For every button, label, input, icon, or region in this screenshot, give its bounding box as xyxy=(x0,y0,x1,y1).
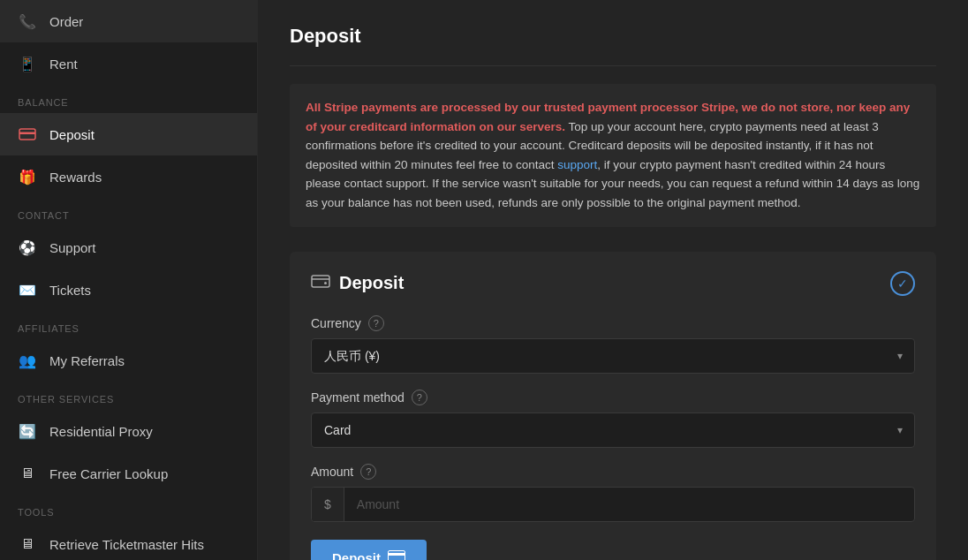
sidebar-item-label: Residential Proxy xyxy=(49,424,153,439)
support-icon: ⚽ xyxy=(18,238,37,257)
sidebar-item-rewards[interactable]: 🎁 Rewards xyxy=(0,155,257,198)
balance-section-label: BALANCE xyxy=(0,85,257,113)
sidebar-item-label: Rewards xyxy=(49,170,102,185)
affiliates-section-label: AFFILIATES xyxy=(0,311,257,339)
deposit-btn-label: Deposit xyxy=(332,550,381,560)
svg-rect-1 xyxy=(19,132,35,135)
currency-select[interactable]: 人民币 (¥) USD ($) EUR (€) xyxy=(311,338,915,374)
currency-select-wrapper: 人民币 (¥) USD ($) EUR (€) ▾ xyxy=(311,338,915,374)
credit-card-icon xyxy=(18,125,37,144)
sidebar-item-label: My Referrals xyxy=(49,353,125,368)
svg-point-3 xyxy=(324,282,327,284)
ticketmaster-icon: 🖥 xyxy=(18,534,37,554)
amount-group: Amount ? $ xyxy=(311,464,915,522)
sidebar-item-label: Tickets xyxy=(49,283,91,298)
sidebar-item-order[interactable]: 📞 Order xyxy=(0,0,257,42)
sidebar-item-label: Support xyxy=(49,240,96,255)
info-box: All Stripe payments are processed by our… xyxy=(290,84,936,227)
page-title: Deposit xyxy=(290,25,936,48)
sidebar-item-residential-proxy[interactable]: 🔄 Residential Proxy xyxy=(0,410,257,452)
sidebar-item-carrier-lookup[interactable]: 🖥 Free Carrier Lookup xyxy=(0,452,257,495)
tools-section-label: TOOLS xyxy=(0,495,257,523)
currency-help-icon[interactable]: ? xyxy=(368,315,384,331)
svg-rect-5 xyxy=(388,553,405,556)
deposit-submit-button[interactable]: Deposit xyxy=(311,540,427,560)
deposit-card: Deposit ✓ Currency ? 人民币 (¥) USD ($) EUR… xyxy=(290,252,936,560)
currency-group: Currency ? 人民币 (¥) USD ($) EUR (€) ▾ xyxy=(311,315,915,374)
sidebar-item-label: Free Carrier Lookup xyxy=(49,466,168,481)
contact-section-label: CONTACT xyxy=(0,198,257,226)
amount-label: Amount ? xyxy=(311,464,915,480)
sidebar-item-deposit[interactable]: Deposit xyxy=(0,113,257,155)
sidebar-item-rent[interactable]: 📱 Rent xyxy=(0,42,257,85)
payment-method-label: Payment method ? xyxy=(311,390,915,405)
payment-method-group: Payment method ? Card Crypto ▾ xyxy=(311,390,915,448)
sidebar-item-support[interactable]: ⚽ Support xyxy=(0,226,257,269)
deposit-card-header: Deposit ✓ xyxy=(311,271,915,296)
divider xyxy=(290,65,936,66)
amount-help-icon[interactable]: ? xyxy=(360,464,376,480)
check-circle-icon: ✓ xyxy=(890,271,915,296)
currency-label: Currency ? xyxy=(311,315,915,331)
deposit-card-title: Deposit xyxy=(311,271,404,295)
sidebar-item-label: Order xyxy=(49,14,83,29)
sidebar-item-ticketmaster[interactable]: 🖥 Retrieve Ticketmaster Hits xyxy=(0,523,257,560)
svg-rect-2 xyxy=(312,276,329,287)
amount-input-wrapper: $ xyxy=(311,487,915,522)
payment-method-select[interactable]: Card Crypto xyxy=(311,412,915,448)
payment-help-icon[interactable]: ? xyxy=(412,390,427,405)
sidebar-item-tickets[interactable]: ✉️ Tickets xyxy=(0,269,257,311)
mobile-icon: 📱 xyxy=(18,54,37,73)
referrals-icon: 👥 xyxy=(18,351,37,370)
proxy-icon: 🔄 xyxy=(18,421,37,441)
amount-prefix: $ xyxy=(312,488,344,521)
sidebar-item-label: Retrieve Ticketmaster Hits xyxy=(49,537,204,552)
sidebar: 📞 Order 📱 Rent BALANCE Deposit 🎁 Rewards… xyxy=(0,0,258,560)
gift-icon: 🎁 xyxy=(18,167,37,186)
amount-input[interactable] xyxy=(344,488,914,521)
wallet-icon xyxy=(311,271,330,295)
monitor-icon: 🖥 xyxy=(18,464,37,483)
sidebar-item-my-referrals[interactable]: 👥 My Referrals xyxy=(0,339,257,382)
deposit-btn-icon xyxy=(388,550,405,560)
payment-method-select-wrapper: Card Crypto ▾ xyxy=(311,412,915,448)
phone-icon: 📞 xyxy=(18,11,37,31)
other-services-section-label: OTHER SERVICES xyxy=(0,382,257,410)
sidebar-item-label: Rent xyxy=(49,57,78,72)
support-link[interactable]: support xyxy=(557,158,597,171)
tickets-icon: ✉️ xyxy=(18,280,37,299)
deposit-title: Deposit xyxy=(339,273,404,293)
sidebar-item-label: Deposit xyxy=(49,127,95,142)
main-content: Deposit All Stripe payments are processe… xyxy=(258,0,968,560)
